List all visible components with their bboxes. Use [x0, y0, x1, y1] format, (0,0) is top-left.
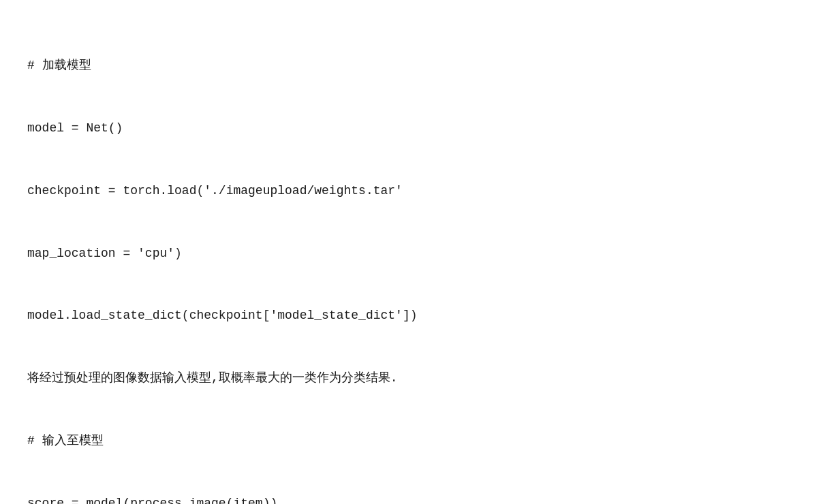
line-8: score = model(process_image(item)): [27, 493, 796, 504]
line-5: model.load_state_dict(checkpoint['model_…: [27, 305, 796, 326]
line-3: checkpoint = torch.load('./imageupload/w…: [27, 180, 796, 202]
line-4: map_location = 'cpu'): [27, 243, 796, 264]
line-1: # 加载模型: [27, 55, 796, 76]
line-6: 将经过预处理的图像数据输入模型,取概率最大的一类作为分类结果.: [27, 368, 796, 389]
line-7: # 输入至模型: [27, 430, 796, 452]
line-2: model = Net(): [27, 118, 796, 139]
code-container: # 加载模型 model = Net() checkpoint = torch.…: [27, 14, 796, 504]
